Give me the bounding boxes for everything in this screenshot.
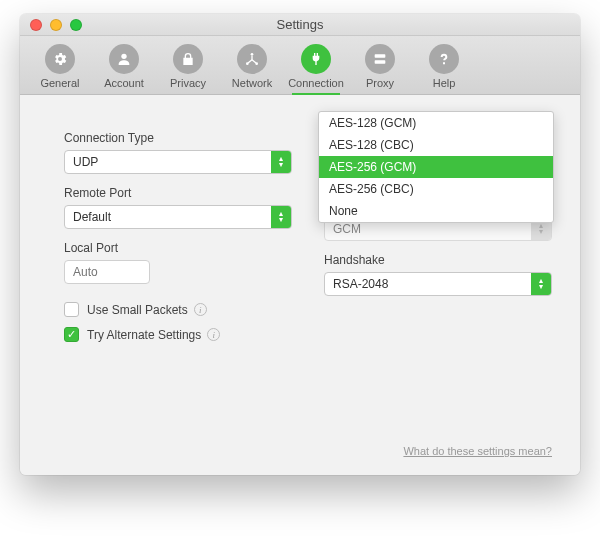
handshake-select[interactable]: RSA-2048 bbox=[324, 272, 552, 296]
lock-icon bbox=[173, 44, 203, 74]
handshake-value: RSA-2048 bbox=[325, 273, 531, 295]
server-icon bbox=[365, 44, 395, 74]
dropdown-option[interactable]: None bbox=[319, 200, 553, 222]
traffic-lights bbox=[30, 19, 82, 31]
tab-privacy[interactable]: Privacy bbox=[156, 40, 220, 94]
tab-label: Privacy bbox=[170, 77, 206, 89]
network-icon bbox=[237, 44, 267, 74]
svg-point-1 bbox=[251, 53, 254, 56]
connection-type-value: UDP bbox=[65, 151, 271, 173]
dropdown-option[interactable]: AES-256 (CBC) bbox=[319, 178, 553, 200]
settings-window: Settings General Account Privacy Network bbox=[20, 14, 580, 475]
dropdown-option[interactable]: AES-128 (GCM) bbox=[319, 112, 553, 134]
checkbox-unchecked-icon bbox=[64, 302, 79, 317]
connection-type-select[interactable]: UDP bbox=[64, 150, 292, 174]
question-icon bbox=[429, 44, 459, 74]
remote-port-select[interactable]: Default bbox=[64, 205, 292, 229]
tab-account[interactable]: Account bbox=[92, 40, 156, 94]
minimize-window-button[interactable] bbox=[50, 19, 62, 31]
handshake-label: Handshake bbox=[324, 253, 552, 267]
tab-help[interactable]: Help bbox=[412, 40, 476, 94]
user-icon bbox=[109, 44, 139, 74]
info-icon[interactable] bbox=[207, 328, 220, 341]
plug-icon bbox=[301, 44, 331, 74]
dropdown-option[interactable]: AES-128 (CBC) bbox=[319, 134, 553, 156]
tab-network[interactable]: Network bbox=[220, 40, 284, 94]
stepper-icon bbox=[531, 273, 551, 295]
tab-general[interactable]: General bbox=[28, 40, 92, 94]
window-title: Settings bbox=[20, 17, 580, 32]
svg-rect-5 bbox=[375, 60, 386, 63]
small-packets-row[interactable]: Use Small Packets bbox=[64, 302, 292, 317]
content-area: Connection Type UDP Remote Port Default … bbox=[20, 95, 580, 475]
stepper-icon bbox=[271, 151, 291, 173]
alternate-settings-label: Try Alternate Settings bbox=[87, 328, 201, 342]
gear-icon bbox=[45, 44, 75, 74]
help-link[interactable]: What do these settings mean? bbox=[403, 445, 552, 457]
remote-port-label: Remote Port bbox=[64, 186, 292, 200]
svg-rect-4 bbox=[375, 54, 386, 57]
tab-label: Help bbox=[433, 77, 456, 89]
tab-label: Network bbox=[232, 77, 272, 89]
dropdown-option-selected[interactable]: AES-256 (GCM) bbox=[319, 156, 553, 178]
checkbox-checked-icon bbox=[64, 327, 79, 342]
tab-label: Account bbox=[104, 77, 144, 89]
local-port-input[interactable] bbox=[64, 260, 150, 284]
tab-label: General bbox=[40, 77, 79, 89]
titlebar: Settings bbox=[20, 14, 580, 36]
alternate-settings-row[interactable]: Try Alternate Settings bbox=[64, 327, 292, 342]
stepper-icon bbox=[271, 206, 291, 228]
toolbar-tabs: General Account Privacy Network Connecti… bbox=[20, 36, 580, 95]
connection-type-label: Connection Type bbox=[64, 131, 292, 145]
close-window-button[interactable] bbox=[30, 19, 42, 31]
tab-label: Connection bbox=[288, 77, 344, 89]
data-encryption-dropdown[interactable]: AES-128 (GCM) AES-128 (CBC) AES-256 (GCM… bbox=[318, 111, 554, 223]
svg-point-0 bbox=[121, 54, 126, 59]
tab-connection[interactable]: Connection bbox=[284, 40, 348, 94]
tab-proxy[interactable]: Proxy bbox=[348, 40, 412, 94]
zoom-window-button[interactable] bbox=[70, 19, 82, 31]
remote-port-value: Default bbox=[65, 206, 271, 228]
info-icon[interactable] bbox=[194, 303, 207, 316]
tab-label: Proxy bbox=[366, 77, 394, 89]
small-packets-label: Use Small Packets bbox=[87, 303, 188, 317]
local-port-label: Local Port bbox=[64, 241, 292, 255]
left-column: Connection Type UDP Remote Port Default … bbox=[64, 125, 292, 463]
right-column: GCM Handshake RSA-2048 AES-128 (GCM) AES… bbox=[324, 125, 552, 463]
